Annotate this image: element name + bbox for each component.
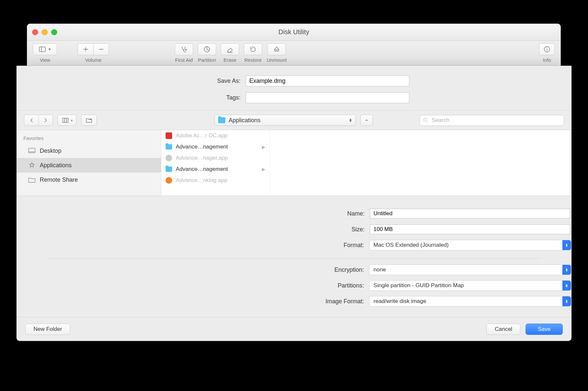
- save-as-input[interactable]: [246, 76, 409, 86]
- sidebar-item-desktop[interactable]: Desktop: [17, 144, 161, 158]
- restore-label: Restore: [244, 57, 262, 63]
- eraser-icon: [226, 46, 234, 53]
- unmount-label: Unmount: [267, 57, 287, 63]
- svg-point-5: [186, 49, 187, 51]
- sidebar-item-label: Remote Share: [40, 176, 78, 183]
- folder-plus-icon: [85, 117, 93, 124]
- save-sheet: Save As: Tags: ▾ Applications ▲: [16, 66, 572, 341]
- search-input[interactable]: [419, 115, 564, 126]
- view-label: View: [40, 57, 50, 63]
- folder-icon: [218, 117, 225, 123]
- first-aid-button[interactable]: [175, 43, 193, 55]
- svg-line-8: [207, 49, 209, 51]
- location-popup[interactable]: Applications ▲▼: [215, 115, 356, 126]
- svg-point-14: [547, 48, 547, 48]
- chevron-left-icon: [28, 117, 35, 124]
- nav-forward-button[interactable]: [38, 115, 53, 126]
- file-item[interactable]: Advance…nking.app: [161, 175, 269, 186]
- window-title: Disk Utility: [27, 28, 561, 36]
- plus-icon: [82, 46, 89, 53]
- erase-label: Erase: [223, 57, 236, 63]
- file-name: Advance…nking.app: [176, 177, 227, 184]
- name-input[interactable]: [370, 209, 570, 218]
- file-name: Advance…nagement: [176, 166, 228, 172]
- info-icon: [543, 46, 551, 53]
- chevron-right-icon: ▶: [262, 144, 265, 150]
- view-mode-button[interactable]: ▼: [33, 43, 57, 55]
- browser-nav: ▾ Applications ▲▼: [17, 110, 571, 130]
- partitions-value: Single partition - GUID Partition Map: [373, 282, 464, 289]
- file-item[interactable]: Advance…nagement ▶: [161, 164, 269, 175]
- encryption-value: none: [373, 266, 386, 273]
- unmount-button[interactable]: [267, 43, 286, 55]
- info-button[interactable]: [539, 43, 555, 55]
- folder-icon: [165, 143, 172, 150]
- new-folder-button[interactable]: New Folder: [25, 324, 70, 335]
- nav-back-button[interactable]: [24, 115, 38, 126]
- separator: [46, 258, 542, 259]
- applications-icon: [28, 161, 36, 169]
- minus-icon: [98, 46, 105, 53]
- save-button[interactable]: Save: [526, 324, 563, 335]
- erase-button[interactable]: [221, 43, 239, 55]
- partition-label: Partition: [198, 57, 216, 63]
- image-format-popup[interactable]: read/write disk image ▲▼: [369, 296, 571, 307]
- file-item[interactable]: Advance…nager.app: [161, 152, 269, 164]
- sidebar-item-remote-share[interactable]: Remote Share: [17, 172, 161, 187]
- volume-add-button[interactable]: [78, 43, 93, 55]
- cancel-button[interactable]: Cancel: [486, 324, 520, 335]
- format-value: Mac OS Extended (Journaled): [373, 242, 449, 248]
- search-icon: [423, 117, 429, 123]
- view-style-button[interactable]: ▾: [57, 115, 77, 126]
- file-name: Adobe Ac…r DC.app: [176, 132, 228, 139]
- svg-line-21: [426, 121, 428, 122]
- format-popup[interactable]: Mac OS Extended (Journaled) ▲▼: [369, 240, 571, 250]
- updown-icon: ▲▼: [562, 240, 571, 250]
- file-item[interactable]: Advance…nagement ▶: [161, 141, 269, 152]
- save-as-label: Save As:: [17, 78, 246, 84]
- format-label: Format:: [17, 242, 369, 249]
- close-window-button[interactable]: [32, 29, 38, 35]
- pie-icon: [203, 46, 211, 53]
- zoom-window-button[interactable]: [51, 29, 57, 35]
- volume-remove-button[interactable]: [93, 43, 109, 55]
- collapse-button[interactable]: [360, 115, 373, 126]
- sidebar-item-applications[interactable]: Applications: [17, 158, 161, 172]
- columns-icon: [62, 117, 69, 124]
- name-label: Name:: [17, 210, 370, 217]
- restore-button[interactable]: [244, 43, 262, 55]
- partition-button[interactable]: [198, 43, 216, 55]
- image-options: Name: Size: Format: Mac OS Extended (Jou…: [17, 196, 571, 317]
- info-label: Info: [543, 57, 551, 63]
- updown-icon: ▲▼: [562, 265, 571, 275]
- file-item[interactable]: Adobe Ac…r DC.app: [161, 130, 269, 141]
- size-input[interactable]: [370, 224, 570, 234]
- updown-icon: ▲▼: [562, 296, 571, 306]
- eject-icon: [273, 46, 280, 53]
- sheet-buttons: New Folder Cancel Save: [17, 317, 571, 341]
- app-icon: [165, 177, 172, 184]
- encryption-label: Encryption:: [17, 266, 369, 273]
- action-button[interactable]: [81, 115, 97, 126]
- sidebar-item-label: Applications: [40, 162, 72, 169]
- encryption-popup[interactable]: none ▲▼: [369, 264, 571, 275]
- partitions-popup[interactable]: Single partition - GUID Partition Map ▲▼: [369, 280, 571, 291]
- toolbar: ▼ View Volume First Aid: [27, 41, 561, 68]
- preview-column: [270, 130, 571, 196]
- chevron-right-icon: ▶: [262, 167, 265, 172]
- sidebar: Favorites Desktop Applications Remote Sh…: [17, 130, 161, 196]
- minimize-window-button[interactable]: [42, 29, 48, 35]
- svg-point-20: [424, 118, 427, 121]
- titlebar: Disk Utility: [27, 24, 561, 41]
- image-format-label: Image Format:: [17, 298, 369, 305]
- size-label: Size:: [17, 226, 370, 233]
- folder-icon: [28, 176, 36, 183]
- svg-rect-0: [39, 47, 45, 52]
- traffic-lights: [32, 24, 57, 40]
- location-label: Applications: [229, 117, 260, 124]
- tags-input[interactable]: [246, 92, 409, 103]
- folder-icon: [165, 166, 172, 173]
- file-column: Adobe Ac…r DC.app Advance…nagement ▶ Adv…: [161, 130, 270, 196]
- sidebar-item-label: Desktop: [40, 148, 61, 154]
- app-icon: [165, 132, 172, 139]
